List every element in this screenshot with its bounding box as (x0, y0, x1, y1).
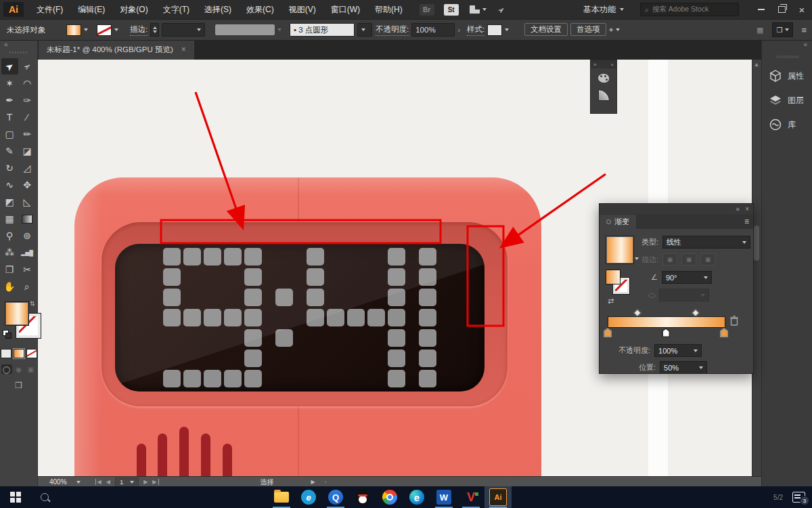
artboard-tool[interactable]: ❐ (1, 261, 18, 278)
document-arrange-icon[interactable]: ❐ (772, 22, 793, 37)
gradient-slider[interactable] (608, 310, 724, 337)
type-dropdown[interactable]: 线性 (662, 236, 750, 249)
preferences-button[interactable]: 首选项 (570, 23, 606, 36)
stop-opacity-dropdown[interactable]: 100% (654, 344, 702, 357)
stop-location-dropdown[interactable]: 50% (660, 361, 707, 374)
arrange-documents-icon[interactable] (470, 5, 487, 14)
gradient-midpoint[interactable] (633, 309, 641, 316)
draw-behind-button[interactable]: ◉ (14, 364, 24, 374)
close-panel-icon[interactable]: × (610, 62, 614, 68)
scroll-up-arrow[interactable] (754, 63, 759, 66)
panel-menu-icon[interactable]: ≡ (744, 217, 749, 226)
workspace-switcher[interactable]: 基本功能 (583, 4, 624, 16)
variable-width-profile[interactable] (215, 20, 281, 40)
eyedropper-tool[interactable]: ⚲ (1, 228, 18, 244)
menu-item-8[interactable]: 帮助(H) (367, 0, 410, 19)
type-tool[interactable]: T (1, 109, 18, 125)
menu-item-4[interactable]: 选择(S) (197, 0, 239, 19)
stroke-swatch[interactable] (97, 24, 112, 36)
gradient-mode-button[interactable] (14, 349, 24, 358)
taskbar-app-word[interactable]: W (430, 486, 457, 508)
collapse-toolbar-icon[interactable]: « (4, 41, 8, 48)
taskbar-app-chrome[interactable] (376, 486, 403, 508)
document-setup-button[interactable]: 文档设置 (524, 23, 568, 36)
menu-item-2[interactable]: 对象(O) (112, 0, 155, 19)
zoom-tool[interactable]: ⌕ (19, 278, 36, 295)
draw-inside-button[interactable]: ▣ (26, 364, 37, 374)
paintbrush-tool[interactable]: ✏ (19, 126, 36, 142)
shaper-tool[interactable]: ✎ (1, 143, 18, 159)
stroke-weight-stepper[interactable] (150, 23, 159, 37)
free-transform-tool[interactable]: ✥ (19, 177, 36, 193)
expand-panel-icon[interactable]: » (593, 62, 596, 68)
swap-fill-stroke-icon[interactable]: ⇄ (29, 301, 36, 306)
scrollbar-thumb[interactable] (754, 226, 759, 261)
sidebar-item-properties[interactable]: 属性 (762, 64, 812, 88)
direct-selection-tool[interactable]: ➣ (19, 58, 36, 75)
restore-button[interactable] (771, 0, 792, 19)
stock-icon[interactable]: St (444, 4, 459, 16)
menu-item-7[interactable]: 窗口(W) (323, 0, 367, 19)
draw-normal-button[interactable]: ◯ (1, 364, 12, 374)
taskbar-app-ie[interactable]: e (295, 486, 322, 508)
opacity-value[interactable]: 100% (411, 23, 455, 37)
gradient-stop-100[interactable] (720, 328, 728, 337)
magic-wand-tool[interactable]: ✶ (1, 75, 18, 91)
reverse-gradient-icon[interactable]: ⇄ (608, 297, 614, 305)
fill-color-control[interactable] (66, 20, 88, 40)
last-artboard-icon[interactable]: ▶ (152, 479, 158, 485)
horizontal-scroll-arrows[interactable]: ▶‹ (311, 479, 327, 485)
stroke-label[interactable]: 描边: (130, 24, 148, 36)
toolbar-grip[interactable] (9, 51, 27, 54)
gradient-tool[interactable] (19, 211, 36, 227)
none-mode-button[interactable] (26, 349, 37, 358)
delete-stop-icon[interactable] (729, 316, 739, 326)
style-swatch[interactable] (487, 24, 502, 36)
gradient-midpoint[interactable] (692, 309, 699, 316)
fill-proxy-swatch[interactable] (5, 301, 29, 326)
gradient-bar[interactable] (608, 316, 725, 328)
minimize-button[interactable] (751, 0, 771, 19)
brush-dropdown[interactable] (357, 23, 372, 37)
perspective-grid-tool[interactable]: ◺ (19, 194, 36, 210)
taskbar-app-file-explorer[interactable] (268, 486, 295, 508)
hand-tool[interactable]: ✋ (1, 278, 18, 295)
next-artboard-icon[interactable]: ▶ (143, 479, 148, 485)
menu-item-6[interactable]: 视图(V) (281, 0, 323, 19)
stroke-weight-dropdown[interactable] (162, 23, 205, 37)
gpu-performance-icon[interactable]: ➢ (495, 3, 507, 16)
color-panel-icon[interactable] (598, 74, 609, 83)
start-button[interactable] (0, 486, 31, 508)
color-mode-button[interactable] (1, 349, 12, 358)
stroke-color-control[interactable] (97, 20, 118, 40)
opacity-label[interactable]: 不透明度: (376, 24, 409, 36)
menu-item-0[interactable]: 文件(F) (29, 0, 70, 19)
collapse-icon[interactable]: « (736, 205, 740, 213)
document-tab[interactable]: 未标题-1* @ 400% (RGB/GPU 预览) × (39, 39, 194, 60)
brush-definition[interactable]: • 3 点圆形 (290, 20, 372, 40)
selection-tool[interactable]: ➤ (1, 58, 18, 75)
fill-swatch[interactable] (66, 24, 81, 36)
symbol-sprayer-tool[interactable]: ⁂ (1, 245, 18, 261)
width-tool[interactable]: ∿ (1, 177, 18, 193)
tab-gradient[interactable]: 渐变 (600, 215, 636, 229)
artboard-number-dropdown[interactable]: 1 (115, 478, 139, 487)
gradient-panel-icon[interactable] (598, 89, 610, 101)
shape-builder-tool[interactable]: ◩ (1, 194, 18, 210)
line-segment-tool[interactable]: ∕ (19, 109, 36, 125)
sidebar-item-layers[interactable]: 图层 (762, 88, 812, 112)
slice-tool[interactable]: ✂ (19, 261, 36, 278)
mesh-tool[interactable]: ▦ (1, 211, 18, 227)
search-input[interactable]: ⌕ 搜索 Adobe Stock (640, 3, 739, 16)
blend-tool[interactable]: ⊚ (19, 228, 36, 244)
previous-artboard-icon[interactable]: ◀ (106, 479, 110, 485)
menu-item-5[interactable]: 效果(C) (239, 0, 281, 19)
gradient-stop-50[interactable] (662, 328, 670, 337)
taskbar-app-illustrator[interactable]: Ai (484, 486, 512, 508)
action-center-icon[interactable]: 3 (792, 492, 805, 503)
style-label[interactable]: 样式: (467, 24, 484, 36)
taskbar-app-wps[interactable]: V (457, 486, 484, 508)
gradient-preset-arrow[interactable] (635, 257, 639, 260)
pen-tool[interactable]: ✒ (1, 92, 18, 108)
menu-item-3[interactable]: 文字(T) (156, 0, 197, 19)
